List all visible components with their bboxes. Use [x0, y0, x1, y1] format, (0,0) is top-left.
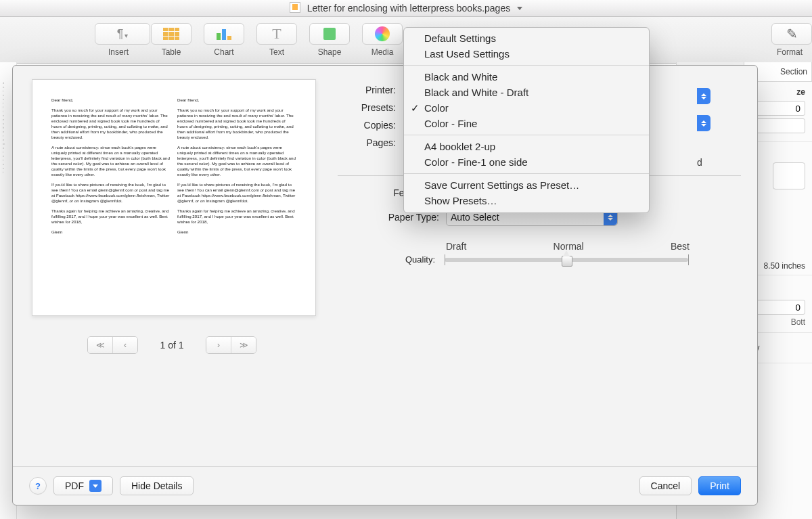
cancel-button[interactable]: Cancel	[639, 476, 692, 495]
pages-label: Pages:	[331, 137, 396, 148]
two-sided-fragment: d	[697, 157, 702, 168]
toolbar-label: Format	[777, 47, 803, 57]
preset-item-save-current[interactable]: Save Current Settings as Preset…	[404, 177, 649, 193]
toolbar-table[interactable]: Table	[148, 23, 195, 57]
dropdown-caret-icon	[89, 480, 102, 492]
paper-type-label: Paper Type:	[358, 212, 439, 223]
pager-count: 1 of 1	[152, 340, 192, 351]
pilcrow-icon: ¶▾	[117, 27, 129, 41]
window-title: Letter for enclosing with letterpress bo…	[307, 3, 510, 14]
print-preview-pane: Dear friend, Thank you so much for your …	[13, 66, 324, 466]
pager-next-button[interactable]: ›	[206, 337, 231, 353]
pdf-dropdown-button[interactable]: PDF	[53, 476, 113, 495]
toolbar-chart[interactable]: Chart	[200, 23, 248, 57]
table-icon	[163, 28, 179, 40]
help-button[interactable]: ?	[29, 477, 47, 495]
toolbar-shape[interactable]: Shape	[306, 23, 353, 57]
preset-item-last-used[interactable]: Last Used Settings	[404, 46, 649, 62]
title-dropdown-caret[interactable]	[517, 7, 522, 10]
preset-item-color-fine[interactable]: Color - Fine	[404, 116, 649, 131]
pdf-label: PDF	[65, 480, 84, 491]
toolbar-label: Chart	[214, 47, 233, 57]
format-brush-icon: ✎	[786, 26, 798, 42]
quality-slider[interactable]	[445, 258, 688, 262]
toolbar-text[interactable]: T Text	[253, 23, 300, 57]
pager-last-button[interactable]: ≫	[231, 337, 256, 353]
letter-copy-right: Dear friend, Thank you so much for your …	[177, 97, 296, 281]
toolbar-label: Text	[269, 47, 284, 57]
quality-slider-knob[interactable]	[560, 250, 572, 267]
text-icon: T	[272, 25, 281, 43]
preset-item-bw-draft[interactable]: Black and White - Draft	[404, 85, 649, 100]
printer-label: Printer:	[331, 85, 396, 95]
presets-popup-cap[interactable]	[697, 115, 710, 131]
paper-type-value: Auto Select	[451, 212, 499, 223]
toolbar-label: Shape	[318, 47, 342, 57]
print-button[interactable]: Print	[698, 476, 741, 495]
preview-pager: ≪ ‹ 1 of 1 › ≫	[32, 336, 312, 354]
presets-menu: Default Settings Last Used Settings Blac…	[403, 27, 650, 213]
print-preview-page: Dear friend, Thank you so much for your …	[32, 79, 316, 316]
preset-item-show-presets[interactable]: Show Presets…	[404, 193, 649, 208]
document-icon	[290, 2, 300, 13]
toolbar-media[interactable]: Media	[359, 23, 406, 57]
toolbar-label: Media	[371, 47, 394, 57]
presets-label: Presets:	[331, 102, 396, 113]
hide-details-button[interactable]: Hide Details	[120, 476, 194, 495]
toolbar-label: Table	[162, 47, 181, 57]
chart-icon	[217, 28, 231, 40]
preset-item-default[interactable]: Default Settings	[404, 30, 649, 46]
preset-item-color-fine-1side[interactable]: Color - Fine-1 one side	[404, 154, 649, 170]
preset-item-a4-booklet[interactable]: A4 booklet 2-up	[404, 139, 649, 154]
pager-prev-button[interactable]: ‹	[112, 337, 137, 353]
toolbar-insert[interactable]: ¶▾ Insert	[95, 23, 142, 57]
printer-popup-cap[interactable]	[697, 88, 710, 104]
shape-icon	[323, 28, 336, 40]
quality-label: Quality:	[344, 254, 435, 265]
background-swatch[interactable]	[773, 162, 805, 189]
pager-first-button[interactable]: ≪	[88, 337, 112, 353]
preset-item-bw[interactable]: Black and White	[404, 69, 649, 85]
toolbar-label: Insert	[108, 47, 129, 57]
media-icon	[375, 26, 390, 41]
print-dialog-footer: ? PDF Hide Details Cancel Print	[13, 466, 757, 505]
toolbar-format[interactable]: ✎ Format	[771, 23, 812, 57]
preset-item-color[interactable]: Color	[404, 100, 649, 116]
copies-label: Copies:	[331, 120, 396, 131]
window-titlebar: Letter for enclosing with letterpress bo…	[0, 0, 812, 17]
letter-copy-left: Dear friend, Thank you so much for your …	[51, 97, 171, 281]
page-width-label: 8.50 inches	[764, 261, 805, 271]
